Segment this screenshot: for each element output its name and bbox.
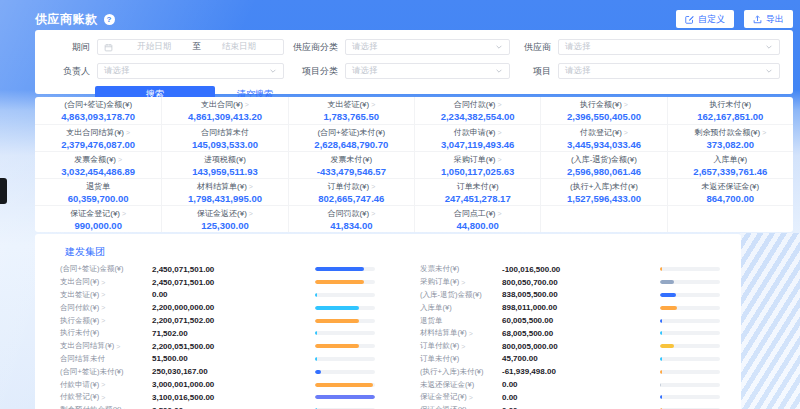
chevron-right-icon: > (371, 101, 375, 108)
metric-value: 247,451,278.17 (445, 193, 511, 204)
group-metric-row: 入库单(¥)898,011,000.00 (420, 301, 720, 314)
help-icon[interactable]: ? (104, 14, 115, 25)
group-metric-row: 支出签证(¥)>0.00 (60, 289, 375, 302)
group-metric-label[interactable]: 支出合同结算(¥)> (60, 341, 152, 351)
metric-cell[interactable]: 执行金额(¥)>2,396,550,405.00 (540, 97, 666, 124)
group-metric-label[interactable]: 支出签证(¥)> (60, 290, 152, 300)
metrics-grid: (合同+签证)金额(¥)4,863,093,178.70支出合同(¥)>4,86… (35, 97, 793, 232)
metric-label: 支出合同(¥)> (201, 99, 249, 110)
group-metric-label[interactable]: 采购订单(¥)> (420, 277, 502, 287)
group-metric-label: 退货单 (420, 316, 502, 326)
group-metric-label[interactable]: 剩余预付款金额(¥)> (60, 405, 152, 409)
customize-button[interactable]: 自定义 (676, 10, 734, 28)
metric-cell[interactable]: 订单付款(¥)>802,665,747.46 (288, 178, 414, 205)
metric-cell[interactable]: 发票金额(¥)>3,032,454,486.89 (35, 151, 161, 178)
group-metric-label[interactable]: 材料结算单(¥)> (420, 328, 502, 338)
select-placeholder: 请选择 (565, 65, 591, 77)
metric-bar-fill (315, 306, 359, 310)
owner-select[interactable]: 请选择 (97, 63, 284, 79)
metric-cell[interactable]: 付款登记(¥)>3,445,934,033.46 (540, 124, 666, 151)
metric-cell[interactable]: 保证金返还(¥)>125,300.00 (161, 205, 287, 232)
metric-cell[interactable]: 采购订单(¥)>1,050,117,025.63 (414, 151, 540, 178)
metric-bar-fill (315, 383, 373, 387)
metric-bar-fill (660, 395, 662, 399)
metric-cell[interactable]: 合同点工(¥)>44,800.00 (414, 205, 540, 232)
collapsed-sidebar-handle[interactable] (0, 178, 7, 204)
group-metric-value: 0.00 (502, 393, 620, 402)
chevron-down-icon (495, 67, 503, 75)
chevron-right-icon: > (469, 330, 473, 337)
metric-label: 采购订单(¥)> (454, 154, 502, 165)
select-placeholder: 请选择 (565, 41, 591, 53)
group-metric-value: 8,500.00 (152, 406, 270, 409)
date-range-input[interactable]: 开始日期 至 结束日期 (97, 39, 284, 55)
group-metric-value: 800,050,700.00 (502, 278, 620, 287)
metric-bar-track (315, 319, 375, 323)
metric-cell[interactable]: 合同付款(¥)>2,234,382,554.00 (414, 97, 540, 124)
metric-bar-fill (315, 293, 317, 297)
metric-cell[interactable]: 材料结算单(¥)>1,798,431,995.00 (161, 178, 287, 205)
group-metric-label[interactable]: 保证金登记(¥)> (420, 392, 502, 402)
group-name-link[interactable]: 建发集团 (65, 245, 105, 259)
metric-label: (合同+签证)未付(¥) (317, 127, 385, 138)
metric-cell: (入库-退货)金额(¥)2,596,980,061.46 (540, 151, 666, 178)
select-placeholder: 请选择 (352, 41, 378, 53)
metric-bar-track (660, 357, 720, 361)
group-metric-label[interactable]: 保证金返还(¥)> (420, 405, 502, 409)
metric-cell: (合同+签证)金额(¥)4,863,093,178.70 (35, 97, 161, 124)
project-category-select[interactable]: 请选择 (345, 63, 510, 79)
supplier-category-select[interactable]: 请选择 (345, 39, 510, 55)
group-metric-value: 3,000,001,000.00 (152, 380, 270, 389)
start-date-placeholder: 开始日期 (116, 41, 192, 53)
supplier-select[interactable]: 请选择 (558, 39, 780, 55)
group-metric-value: -61,939,498.00 (502, 367, 620, 376)
export-button[interactable]: 导出 (744, 10, 793, 28)
group-metric-label[interactable]: 订单付款(¥)> (420, 341, 502, 351)
group-metric-label: (执行+入库)未付(¥) (420, 367, 502, 377)
group-metric-label[interactable]: 合同付款(¥)> (60, 303, 152, 313)
metric-cell-empty (667, 205, 793, 232)
metric-cell[interactable]: 付款申请(¥)>3,047,119,493.46 (414, 124, 540, 151)
group-metric-row: 支出合同(¥)>2,450,071,501.00 (60, 276, 375, 289)
group-metric-label[interactable]: 支出合同(¥)> (60, 277, 152, 287)
metric-label: 订单付款(¥)> (327, 181, 375, 192)
group-metric-value: 45,700.00 (502, 354, 620, 363)
group-metric-label: 订单未付(¥) (420, 354, 502, 364)
metric-cell[interactable]: 保证金登记(¥)>990,000.00 (35, 205, 161, 232)
metric-cell[interactable]: 支出合同结算(¥)>2,379,476,087.00 (35, 124, 161, 151)
group-metric-label[interactable]: 付款申请(¥)> (60, 380, 152, 390)
group-metric-row: 付款申请(¥)>3,000,001,000.00 (60, 378, 375, 391)
metric-bar-track (315, 383, 375, 387)
metric-label: 支出签证(¥)> (327, 99, 375, 110)
metric-cell[interactable]: 合同罚款(¥)>41,834.00 (288, 205, 414, 232)
metric-label: 保证金登记(¥)> (70, 208, 126, 219)
group-metric-value: 0.00 (502, 406, 620, 409)
metric-value: 41,834.00 (330, 220, 372, 231)
metric-cell[interactable]: 支出签证(¥)>1,783,765.50 (288, 97, 414, 124)
metric-value: 990,000.00 (74, 220, 122, 231)
metric-value: 2,379,476,087.00 (61, 139, 135, 150)
group-metric-label: 入库单(¥) (420, 303, 502, 313)
metric-label: (执行+入库)未付(¥) (570, 181, 638, 192)
metric-value: 864,700.00 (707, 193, 755, 204)
metric-value: 802,665,747.46 (318, 193, 384, 204)
metric-cell[interactable]: 支出合同(¥)>4,861,309,413.20 (161, 97, 287, 124)
group-metric-value: 68,005,500.00 (502, 329, 620, 338)
group-metric-row: 剩余预付款金额(¥)>8,500.00 (60, 404, 375, 409)
export-icon (753, 15, 762, 24)
chevron-right-icon: > (624, 129, 628, 136)
chevron-down-icon (495, 43, 503, 51)
group-metric-label[interactable]: 付款登记(¥)> (60, 392, 152, 402)
metric-label: 入库单(¥) (713, 154, 747, 165)
metric-label: 执行未付(¥) (709, 99, 751, 110)
group-metric-label[interactable]: 执行金额(¥)> (60, 316, 152, 326)
page-title: 供应商账款 (35, 11, 98, 28)
group-metric-row: 发票未付(¥)-100,016,500.00 (420, 263, 720, 276)
group-metric-row: 执行未付(¥)71,502.00 (60, 327, 375, 340)
group-metric-label: 发票未付(¥) (420, 264, 502, 274)
metric-value: 162,167,851.00 (697, 111, 763, 122)
metric-cell[interactable]: 剩余预付款金额(¥)>373,082.00 (667, 124, 793, 151)
metric-value: 2,628,648,790.70 (314, 139, 388, 150)
project-select[interactable]: 请选择 (558, 63, 780, 79)
metric-bar-fill (660, 344, 674, 348)
